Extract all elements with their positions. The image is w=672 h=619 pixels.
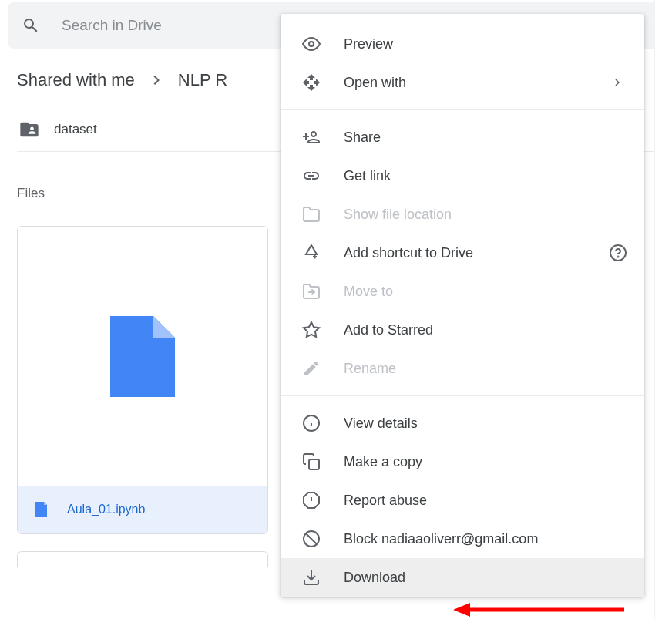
menu-label: Preview [344,36,393,52]
context-menu: Preview Open with Share Get link Show fi… [281,14,644,597]
info-icon [302,414,321,432]
menu-share[interactable]: Share [281,118,644,156]
breadcrumb-root[interactable]: Shared with me [17,70,135,90]
menu-label: Add shortcut to Drive [344,245,473,261]
eye-icon [302,35,321,53]
menu-report-abuse[interactable]: Report abuse [281,481,644,520]
shortcut-icon [302,244,321,262]
menu-label: Report abuse [344,493,427,509]
file-name: Aula_01.ipynb [67,503,145,516]
divider [281,395,644,396]
svg-marker-18 [453,603,470,617]
menu-label: Make a copy [344,454,422,470]
chevron-right-icon [610,76,624,89]
svg-marker-1 [153,316,175,338]
menu-label: Download [344,570,405,586]
file-icon [110,316,175,397]
svg-line-16 [306,533,317,544]
open-with-icon [302,73,321,92]
menu-label: View details [344,415,418,432]
pencil-icon [302,359,321,378]
menu-label: Open with [344,75,406,91]
menu-view-details[interactable]: View details [281,404,644,442]
copy-icon [302,452,321,471]
menu-move-to: Move to [281,272,644,311]
menu-add-shortcut[interactable]: Add shortcut to Drive [281,234,644,272]
menu-label: Show file location [344,207,452,223]
file-card[interactable]: Aula_01.ipynb [17,226,268,534]
menu-star[interactable]: Add to Starred [281,311,644,349]
menu-rename: Rename [281,349,644,388]
menu-label: Share [344,130,381,146]
scrollbar[interactable] [654,0,670,619]
svg-marker-7 [304,322,319,337]
menu-get-link[interactable]: Get link [281,156,644,195]
menu-show-location: Show file location [281,195,644,234]
menu-label: Get link [344,168,391,184]
folder-name: dataset [54,122,97,137]
report-icon [302,491,321,510]
next-file-card-top[interactable] [17,551,268,567]
svg-point-6 [618,257,619,257]
menu-label: Move to [344,284,393,300]
svg-point-4 [309,42,314,46]
divider [281,109,644,110]
file-small-icon [32,500,50,519]
menu-label: Rename [344,361,396,377]
star-icon [302,321,321,339]
folder-icon [302,205,321,224]
block-icon [302,530,321,548]
help-icon[interactable] [609,244,627,262]
menu-label: Add to Starred [344,322,433,338]
menu-block[interactable]: Block nadiaaoliverr@gmail.com [281,520,644,558]
folder-shared-icon [18,119,40,140]
chevron-right-icon [147,71,166,89]
menu-make-copy[interactable]: Make a copy [281,442,644,481]
annotation-arrow [453,600,624,619]
folder-move-icon [302,282,321,301]
menu-label: Block nadiaaoliverr@gmail.com [344,531,538,547]
file-footer: Aula_01.ipynb [18,486,267,533]
breadcrumb-current[interactable]: NLP R [178,70,227,90]
download-icon [302,568,321,587]
svg-marker-3 [44,502,47,505]
menu-open-with[interactable]: Open with [281,63,644,102]
menu-preview[interactable]: Preview [281,25,644,63]
search-icon [22,16,40,35]
link-icon [302,167,321,185]
file-thumbnail [18,227,267,486]
menu-download[interactable]: Download [281,558,644,597]
svg-rect-11 [309,459,319,469]
person-add-icon [302,128,321,146]
